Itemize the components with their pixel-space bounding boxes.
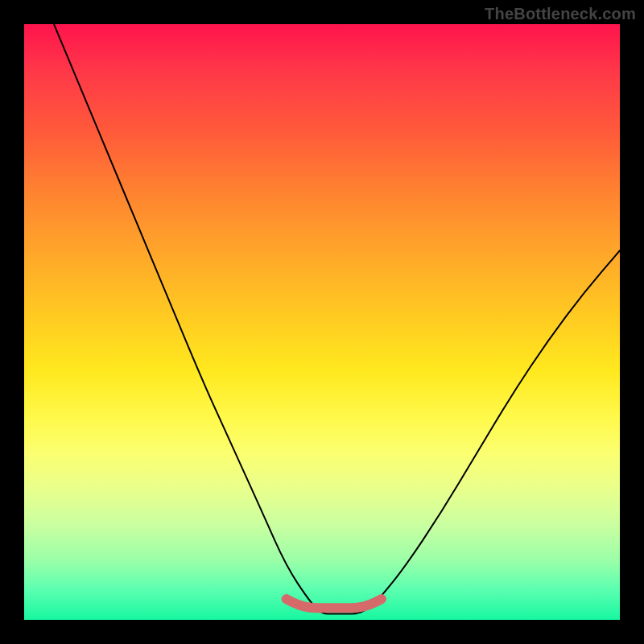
attribution-text: TheBottleneck.com (485, 5, 636, 23)
floor-highlight (287, 599, 382, 608)
plot-area (24, 24, 620, 620)
chart-frame: TheBottleneck.com (0, 0, 644, 644)
primary-curve (54, 24, 620, 614)
curve-layer (24, 24, 620, 620)
